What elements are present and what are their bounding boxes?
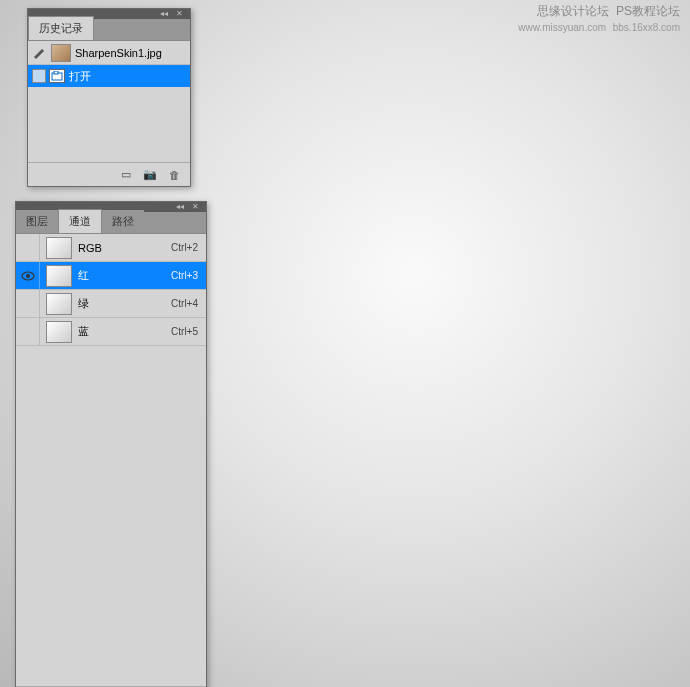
close-icon[interactable]: ✕ [176, 10, 186, 18]
trash-icon[interactable]: 🗑 [166, 168, 182, 182]
channel-shortcut: Ctrl+3 [171, 270, 206, 281]
svg-rect-1 [54, 71, 58, 74]
channel-label: 蓝 [78, 324, 171, 339]
collapse-icon[interactable]: ◂◂ [160, 10, 170, 18]
snapshot-name: SharpenSkin1.jpg [75, 47, 162, 59]
history-snapshot[interactable]: SharpenSkin1.jpg [28, 41, 190, 65]
panel-tabs: 历史记录 [28, 19, 190, 41]
history-source-checkbox[interactable] [32, 69, 46, 83]
collapse-icon[interactable]: ◂◂ [176, 203, 186, 211]
close-icon[interactable]: ✕ [192, 203, 202, 211]
channel-rgb[interactable]: RGB Ctrl+2 [16, 234, 206, 262]
panel-tabs: 图层 通道 路径 [16, 212, 206, 234]
channel-label: 红 [78, 268, 171, 283]
history-content: SharpenSkin1.jpg 打开 [28, 41, 190, 162]
channel-shortcut: Ctrl+5 [171, 326, 206, 337]
visibility-toggle[interactable] [16, 318, 40, 345]
visibility-toggle[interactable] [16, 234, 40, 261]
visibility-toggle[interactable] [16, 290, 40, 317]
channel-thumbnail [46, 321, 72, 343]
history-state-open[interactable]: 打开 [28, 65, 190, 87]
channel-green[interactable]: 绿 Ctrl+4 [16, 290, 206, 318]
watermark: 思缘设计论坛 PS教程论坛 www.missyuan.com bbs.16xx8… [518, 4, 680, 35]
snapshot-thumbnail [51, 44, 71, 62]
history-state-label: 打开 [69, 69, 91, 84]
channels-content: RGB Ctrl+2 红 Ctrl+3 绿 Ctrl+4 蓝 Ctrl+5 [16, 234, 206, 686]
watermark-text: 思缘设计论坛 [537, 4, 609, 18]
tab-channels[interactable]: 通道 [58, 209, 102, 233]
history-empty-area [28, 87, 190, 162]
watermark-text: PS教程论坛 [616, 4, 680, 18]
channel-thumbnail [46, 237, 72, 259]
history-brush-icon [32, 45, 48, 61]
channel-blue[interactable]: 蓝 Ctrl+5 [16, 318, 206, 346]
channels-panel: ◂◂ ✕ 图层 通道 路径 RGB Ctrl+2 红 Ctrl+3 绿 Ctrl… [15, 201, 207, 687]
tab-layers[interactable]: 图层 [16, 210, 58, 233]
channel-thumbnail [46, 265, 72, 287]
new-document-icon[interactable]: ▭ [118, 168, 134, 182]
tab-paths[interactable]: 路径 [102, 210, 144, 233]
channel-shortcut: Ctrl+2 [171, 242, 206, 253]
channel-label: 绿 [78, 296, 171, 311]
visibility-toggle[interactable] [16, 262, 40, 289]
channels-empty-area [16, 346, 206, 686]
tab-history[interactable]: 历史记录 [28, 16, 94, 40]
channel-shortcut: Ctrl+4 [171, 298, 206, 309]
open-file-icon [49, 69, 65, 83]
watermark-url: bbs.16xx8.com [613, 22, 680, 33]
history-panel: ◂◂ ✕ 历史记录 SharpenSkin1.jpg 打开 ▭ 📷 🗑 [27, 8, 191, 187]
history-footer: ▭ 📷 🗑 [28, 162, 190, 186]
svg-point-3 [26, 274, 30, 278]
channel-thumbnail [46, 293, 72, 315]
new-snapshot-icon[interactable]: 📷 [142, 168, 158, 182]
watermark-url: www.missyuan.com [518, 22, 606, 33]
channel-label: RGB [78, 242, 171, 254]
eye-icon [21, 271, 35, 281]
channel-red[interactable]: 红 Ctrl+3 [16, 262, 206, 290]
